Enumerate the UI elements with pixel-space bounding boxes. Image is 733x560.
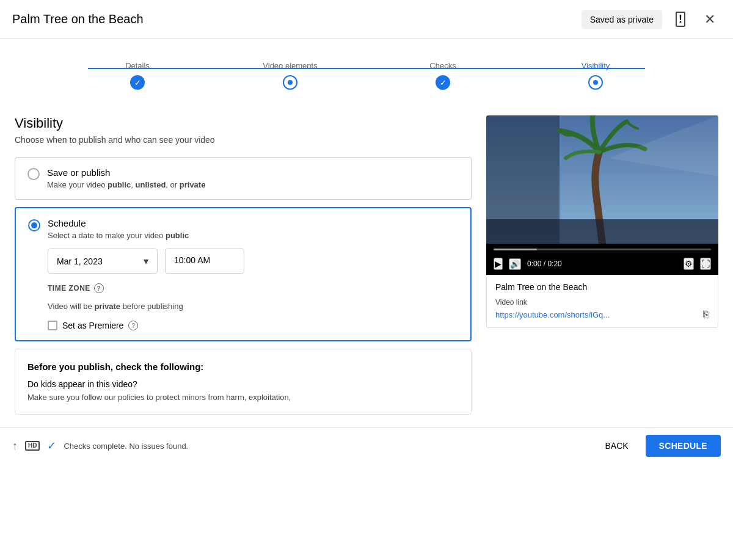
schedule-card[interactable]: Schedule Select a date to make your vide…	[15, 207, 472, 341]
save-or-publish-title: Save or publish	[47, 167, 205, 178]
time-display: 0:00 / 0:20	[527, 260, 562, 268]
schedule-radio-inner	[31, 222, 37, 228]
right-panel: ▶ 🔊 0:00 / 0:20 ⚙ ⛶ Palm Tree on the Bea…	[486, 115, 718, 415]
check-question: Do kids appear in this video?	[27, 379, 459, 389]
close-icon: ✕	[704, 12, 715, 27]
video-controls	[486, 244, 718, 255]
step-video-elements-circle	[283, 75, 297, 90]
page-title: Palm Tree on the Beach	[12, 12, 144, 26]
date-select[interactable]: Mar 1, 2023 ▾	[48, 249, 158, 274]
publish-check-title: Before you publish, check the following:	[27, 362, 459, 372]
header-actions: Saved as private ! ✕	[582, 9, 721, 31]
video-thumbnail	[486, 115, 718, 244]
video-info-card: Palm Tree on the Beach Video link https:…	[486, 275, 718, 328]
step-video-elements-dot	[288, 80, 293, 85]
alert-button[interactable]: !	[669, 9, 691, 31]
private-notice: Video will be private before publishing	[48, 302, 458, 311]
video-link-url[interactable]: https://youtube.com/shorts/iGq...	[495, 310, 610, 319]
save-or-publish-card[interactable]: Save or publish Make your video public, …	[15, 157, 472, 200]
step-visibility[interactable]: Visibility	[519, 61, 672, 90]
hd-badge: HD	[25, 441, 40, 451]
time-current: 0:00	[527, 260, 541, 268]
step-details-circle: ✓	[130, 75, 145, 90]
play-button[interactable]: ▶	[494, 258, 503, 270]
save-or-publish-radio[interactable]	[27, 168, 40, 180]
save-or-publish-text: Save or publish Make your video public, …	[47, 167, 205, 189]
step-visibility-dot	[593, 80, 598, 85]
volume-button[interactable]: 🔊	[509, 258, 521, 270]
premiere-label: Set as Premiere	[62, 321, 123, 330]
schedule-title: Schedule	[48, 218, 458, 228]
upload-icon[interactable]: ↑	[12, 440, 18, 453]
fullscreen-button[interactable]: ⛶	[700, 258, 711, 270]
timezone-row: TIME ZONE ?	[48, 283, 458, 293]
step-details[interactable]: Details ✓	[61, 61, 214, 90]
timezone-label: TIME ZONE	[48, 284, 90, 293]
header: Palm Tree on the Beach Saved as private …	[0, 0, 733, 39]
schedule-radio[interactable]	[28, 219, 40, 231]
main-content: Visibility Choose when to publish and wh…	[0, 101, 733, 415]
video-scene-svg	[486, 115, 718, 244]
video-progress-bar[interactable]	[494, 249, 711, 250]
date-value: Mar 1, 2023	[57, 256, 103, 266]
back-button[interactable]: BACK	[595, 436, 638, 456]
settings-button[interactable]: ⚙	[684, 258, 694, 270]
premiere-checkbox[interactable]	[48, 321, 57, 330]
step-checks[interactable]: Checks ✓	[366, 61, 519, 90]
checks-complete-icon: ✓	[47, 439, 56, 453]
video-title-card: Palm Tree on the Beach	[495, 282, 709, 292]
step-checks-check-icon: ✓	[440, 78, 447, 87]
close-button[interactable]: ✕	[699, 9, 721, 31]
svg-rect-2	[486, 219, 718, 244]
stepper-steps: Details ✓ Video elements Checks ✓ Visibi…	[37, 49, 696, 96]
time-total: 0:20	[547, 260, 561, 268]
save-or-publish-desc: Make your video public, unlisted, or pri…	[47, 180, 205, 189]
schedule-body: Mar 1, 2023 ▾ 10:00 AM TIME ZONE ? Video…	[48, 249, 458, 330]
step-visibility-label: Visibility	[582, 61, 610, 70]
copy-icon: ⎘	[703, 309, 709, 319]
time-value: 10:00 AM	[174, 255, 210, 265]
footer-left: ↑ HD ✓ Checks complete. No issues found.	[12, 439, 188, 453]
schedule-desc: Select a date to make your video public	[48, 231, 458, 240]
timezone-help-icon[interactable]: ?	[94, 283, 104, 293]
footer: ↑ HD ✓ Checks complete. No issues found.…	[0, 427, 733, 464]
alert-icon: !	[676, 12, 685, 27]
step-checks-circle: ✓	[436, 75, 450, 90]
footer-status: Checks complete. No issues found.	[64, 442, 188, 451]
check-description: Make sure you follow our policies to pro…	[27, 393, 459, 402]
step-visibility-circle	[588, 75, 603, 90]
visibility-subtitle: Choose when to publish and who can see y…	[15, 135, 472, 145]
date-time-row: Mar 1, 2023 ▾ 10:00 AM	[48, 249, 458, 274]
video-link-row: https://youtube.com/shorts/iGq... ⎘	[495, 309, 709, 320]
time-select[interactable]: 10:00 AM	[165, 249, 244, 274]
footer-right: BACK SCHEDULE	[595, 435, 721, 457]
step-video-elements-label: Video elements	[263, 61, 317, 70]
premiere-row: Set as Premiere ?	[48, 321, 458, 330]
saved-badge-button[interactable]: Saved as private	[582, 10, 662, 29]
left-panel: Visibility Choose when to publish and wh…	[15, 115, 472, 415]
video-link-label: Video link	[495, 298, 709, 307]
visibility-title: Visibility	[15, 115, 472, 131]
schedule-button[interactable]: SCHEDULE	[646, 435, 721, 457]
step-checks-label: Checks	[429, 61, 456, 70]
publish-check-section: Before you publish, check the following:…	[15, 349, 472, 415]
copy-link-button[interactable]: ⎘	[703, 309, 709, 320]
video-controls-bar: ▶ 🔊 0:00 / 0:20 ⚙ ⛶	[486, 255, 718, 275]
stepper: Details ✓ Video elements Checks ✓ Visibi…	[0, 39, 733, 101]
premiere-help-icon[interactable]: ?	[128, 321, 138, 330]
video-progress-fill	[494, 249, 537, 250]
step-video-elements[interactable]: Video elements	[214, 61, 366, 90]
chevron-down-icon: ▾	[144, 255, 148, 267]
schedule-text: Schedule Select a date to make your vide…	[48, 218, 458, 330]
step-details-check-icon: ✓	[134, 78, 141, 87]
step-details-label: Details	[125, 61, 150, 70]
